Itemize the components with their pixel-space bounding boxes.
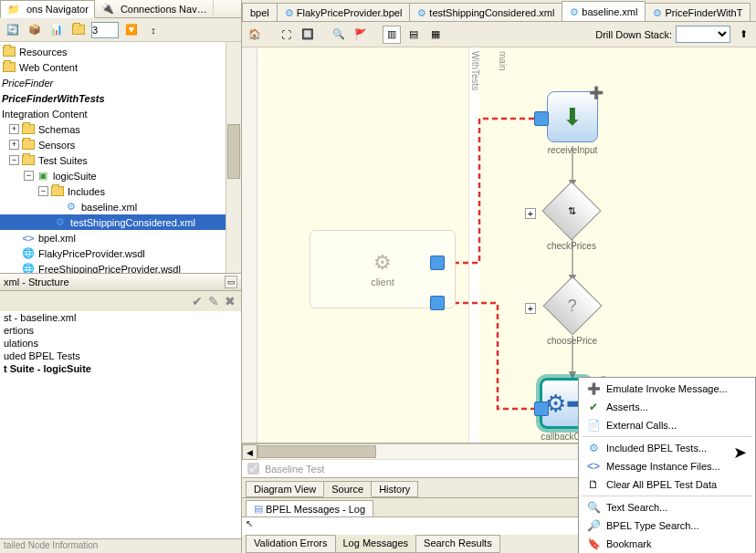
- view-toggle-1[interactable]: ▥: [383, 26, 401, 44]
- blank-doc-icon: 🗋: [586, 477, 601, 492]
- view-toggle-2[interactable]: ▤: [404, 26, 423, 44]
- ctx-included-tests[interactable]: ⚙Included BPEL Tests...: [581, 439, 753, 457]
- ctx-message-instance[interactable]: <>Message Instance Files...: [581, 457, 753, 475]
- ctx-emulate-invoke[interactable]: ➕Emulate Invoke Message...: [581, 380, 753, 398]
- scroll-left-button[interactable]: ◀: [242, 444, 257, 460]
- struct-row[interactable]: uded BPEL Tests: [0, 350, 241, 362]
- tree-node-testshipping[interactable]: ⚙testShippingConsidered.xml: [0, 214, 241, 230]
- tab-bpel[interactable]: bpel: [242, 3, 278, 21]
- tree-node-pricefinder-tests[interactable]: PriceFinderWithTests: [0, 90, 241, 106]
- ctx-clear-all[interactable]: 🗋Clear All BPEL Test Data: [581, 475, 753, 494]
- expand-button[interactable]: 🔽: [122, 21, 141, 39]
- wsdl-icon: 🌐: [21, 246, 36, 261]
- home-button[interactable]: 🏠: [246, 26, 264, 44]
- tree-node-pricefinder[interactable]: PriceFinder: [0, 75, 241, 90]
- struct-row[interactable]: st - baseline.xml: [0, 311, 241, 324]
- tree-label: PriceFinder: [2, 78, 53, 89]
- tab-history[interactable]: History: [371, 481, 418, 497]
- drill-up-button[interactable]: ⬆: [734, 26, 752, 44]
- app-button[interactable]: 📦: [26, 21, 44, 39]
- tab-validation-errors[interactable]: Validation Errors: [246, 535, 336, 553]
- expand-icon[interactable]: +: [9, 140, 19, 150]
- expand-icon[interactable]: +: [525, 303, 536, 314]
- tab-source[interactable]: Source: [323, 481, 372, 497]
- drill-down-select[interactable]: [676, 26, 730, 43]
- receive-icon: ⬇: [562, 103, 583, 131]
- scroll-thumb[interactable]: [257, 445, 376, 458]
- delete-button[interactable]: ✖: [225, 294, 236, 308]
- port-in[interactable]: [430, 296, 445, 310]
- view-toggle-3[interactable]: ▦: [426, 26, 445, 44]
- fit-button[interactable]: ⛶: [277, 26, 295, 44]
- collapse-icon[interactable]: −: [9, 155, 19, 165]
- struct-row[interactable]: ertions: [0, 324, 241, 337]
- search-button[interactable]: 🔍: [330, 26, 348, 44]
- ctx-bookmark[interactable]: 🔖Bookmark: [581, 535, 753, 553]
- tree-node-free-wsdl[interactable]: 🌐FreeShippingPriceProvider.wsdl: [0, 261, 241, 273]
- tree-node-web-content[interactable]: Web Content: [0, 59, 241, 75]
- bpel-icon: ⚙: [285, 7, 294, 19]
- tree-scrollbar[interactable]: [226, 42, 241, 273]
- check-button[interactable]: ✔: [192, 294, 203, 308]
- minimize-button[interactable]: ▭: [225, 276, 237, 288]
- connections-icon: 🔌: [100, 2, 115, 16]
- log-icon: ▤: [254, 503, 263, 515]
- structure-body[interactable]: st - baseline.xml ertions ulations uded …: [0, 311, 241, 538]
- collapse-icon[interactable]: −: [24, 171, 34, 181]
- diamond-shape: ?: [542, 276, 602, 335]
- ctx-external-calls[interactable]: 📄External Calls...: [581, 416, 753, 434]
- tab-flaky[interactable]: ⚙FlakyPriceProvider.bpel: [277, 3, 411, 21]
- ctx-asserts[interactable]: ✔Asserts...: [581, 398, 753, 416]
- struct-row[interactable]: ulations: [0, 337, 241, 350]
- port-callback[interactable]: [534, 402, 549, 416]
- tree-node-includes[interactable]: −Includes: [0, 183, 241, 199]
- tree-label: Test Suites: [38, 155, 88, 166]
- edit-button[interactable]: ✎: [208, 294, 219, 308]
- tab-connections[interactable]: 🔌 Connections Nav…: [95, 0, 214, 17]
- perspective-button[interactable]: 📊: [47, 21, 66, 39]
- tree-node-bpel-xml[interactable]: <>bpel.xml: [0, 230, 241, 245]
- tree-node-flaky-wsdl[interactable]: 🌐FlakyPriceProvider.wsdl: [0, 245, 241, 261]
- tree-label: logicSuite: [53, 171, 97, 182]
- expand-icon[interactable]: +: [525, 208, 536, 219]
- tree-node-resources[interactable]: Resources: [0, 44, 241, 59]
- tab-log-messages[interactable]: Log Messages: [335, 535, 417, 553]
- scrollbar-thumb[interactable]: [227, 124, 240, 179]
- node-check-prices[interactable]: + ⇅ checkPrices: [547, 190, 596, 251]
- tab-testshipping[interactable]: ⚙testShippingConsidered.xml: [409, 3, 562, 21]
- tab-pricefinder[interactable]: ⚙PriceFinderWithT: [645, 3, 751, 21]
- tree-node-test-suites[interactable]: −Test Suites: [0, 152, 241, 168]
- level-spinner[interactable]: [91, 22, 119, 38]
- flag-button[interactable]: 🚩: [352, 26, 370, 44]
- struct-row[interactable]: t Suite - logicSuite: [0, 362, 241, 375]
- refresh-button[interactable]: 🔄: [4, 21, 22, 39]
- lane-label-main: main: [498, 51, 508, 71]
- tree-node-sensors[interactable]: +Sensors: [0, 137, 241, 152]
- folder-button[interactable]: [69, 21, 88, 39]
- node-receive-input[interactable]: ⬇ receiveInput: [547, 91, 598, 155]
- panel-title: xml - Structure: [4, 276, 223, 287]
- tab-diagram-view[interactable]: Diagram View: [246, 481, 324, 497]
- navigator-tree[interactable]: Resources Web Content PriceFinder PriceF…: [0, 42, 241, 273]
- sync-button[interactable]: ↕: [144, 21, 163, 39]
- port-out[interactable]: [430, 256, 445, 270]
- collapse-icon[interactable]: −: [38, 186, 48, 196]
- tree-node-schemas[interactable]: +Schemas: [0, 121, 241, 137]
- lane-label-withtests: WithTests: [470, 51, 480, 90]
- ctx-type-search[interactable]: 🔎BPEL Type Search...: [581, 516, 753, 535]
- folder-icon: [50, 184, 65, 199]
- tab-app-navigator[interactable]: 📁 ons Navigator: [0, 0, 95, 18]
- log-tab[interactable]: ▤BPEL Messages - Log: [246, 500, 373, 516]
- tab-search-results[interactable]: Search Results: [415, 535, 500, 553]
- search-icon: 🔍: [586, 500, 601, 515]
- tab-baseline[interactable]: ⚙baseline.xml: [562, 1, 646, 21]
- zoom-button[interactable]: 🔲: [299, 26, 317, 44]
- node-choose-price[interactable]: + ? choosePrice: [547, 285, 597, 346]
- editor-tabs: bpel ⚙FlakyPriceProvider.bpel ⚙testShipp…: [242, 0, 756, 22]
- expand-icon[interactable]: +: [9, 124, 19, 134]
- tree-node-baseline[interactable]: ⚙baseline.xml: [0, 199, 241, 214]
- port-receive[interactable]: [534, 111, 549, 126]
- ctx-text-search[interactable]: 🔍Text Search...: [581, 498, 753, 516]
- tree-node-logicsuite[interactable]: −▣logicSuite: [0, 168, 241, 183]
- tree-node-integration[interactable]: Integration Content: [0, 106, 241, 121]
